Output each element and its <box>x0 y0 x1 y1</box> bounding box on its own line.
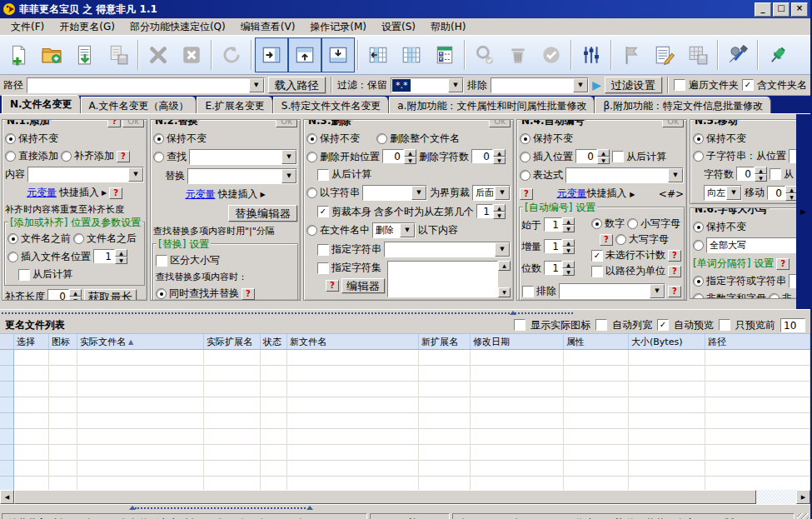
splitter-collapse-icon[interactable] <box>129 506 136 510</box>
menu-help[interactable]: 帮助(H) <box>423 18 473 36</box>
n1-get-longest-button[interactable]: 获取最长 <box>84 289 137 301</box>
resize-grip[interactable] <box>797 513 809 519</box>
ok-button[interactable]: Ok <box>489 119 511 127</box>
delete-button[interactable] <box>142 37 175 72</box>
column-new-filename[interactable]: 新文件名 <box>287 334 419 349</box>
maximize-button[interactable]: □ <box>773 2 790 17</box>
n1-pad-add-radio[interactable] <box>61 151 72 162</box>
n3-del-count-spinner[interactable]: 0▲▼ <box>471 149 506 164</box>
n4-digit-radio[interactable] <box>591 218 602 229</box>
exclude-combobox[interactable]: ▼ <box>491 77 589 93</box>
search-confirm-button[interactable] <box>468 37 501 72</box>
n6-spec-label[interactable]: 指定字符或字符串 <box>706 274 786 288</box>
spinner-up-icon[interactable]: ▲ <box>597 149 610 157</box>
n3-from-end-checkbox[interactable] <box>317 169 329 181</box>
preview-first-checkbox[interactable] <box>719 319 730 331</box>
n3-trim-self-checkbox[interactable] <box>317 206 329 217</box>
minimize-button[interactable]: _ <box>755 2 771 17</box>
n1-pad-length-value[interactable]: 0 <box>47 289 69 301</box>
n2-replace-editor-button[interactable]: 替换编辑器 <box>228 205 297 222</box>
n4-exclude-combobox[interactable]: ▼ <box>559 283 665 299</box>
n1-pad-add-label[interactable]: 补齐添加 <box>74 149 114 163</box>
more-panels-strip[interactable]: ▶ <box>796 114 810 309</box>
scrollbar-thumb[interactable] <box>14 490 756 504</box>
help-button[interactable]: ? <box>242 288 255 300</box>
n1-from-end-checkbox[interactable] <box>18 269 30 281</box>
load-path-button[interactable]: 载入路径 <box>268 77 326 93</box>
spinner-up-icon[interactable]: ▲ <box>755 167 767 174</box>
dropdown-arrow-icon[interactable]: ▼ <box>573 78 588 92</box>
show-real-icons-label[interactable]: 显示实际图标 <box>531 318 590 332</box>
scroll-down-icon[interactable]: ▼ <box>498 287 511 297</box>
n1-pad-length-spinner[interactable]: 0▲▼ <box>47 289 82 301</box>
n4-hash-insert[interactable]: <#> <box>659 188 684 200</box>
help-button[interactable]: ? <box>107 119 121 127</box>
menu-settings[interactable]: 设置(S) <box>374 18 423 36</box>
scroll-left-icon[interactable]: ◀ <box>0 490 14 504</box>
n4-from-end-label[interactable]: 从后计算 <box>626 150 666 164</box>
dropdown-arrow-icon[interactable]: ▼ <box>495 186 510 200</box>
help-button[interactable]: ? <box>668 250 681 262</box>
save-grid-button[interactable] <box>681 37 715 72</box>
n3-spec-charset-label[interactable]: 指定字符集 <box>331 261 381 275</box>
spinner-up-icon[interactable]: ▲ <box>69 289 82 297</box>
n6-keep-label[interactable]: 保持不变 <box>706 220 746 234</box>
n1-direct-add-radio[interactable] <box>5 151 16 162</box>
n5-from-end-checkbox[interactable] <box>770 168 781 180</box>
refresh-button[interactable] <box>215 37 248 72</box>
filter-settings-button[interactable]: 过滤设置 <box>605 77 662 93</box>
dropdown-arrow-icon[interactable]: ▼ <box>128 167 143 182</box>
n1-insert-pos-spinner[interactable]: 1▲▼ <box>93 249 127 264</box>
scroll-up-icon[interactable]: ▲ <box>498 261 511 271</box>
n5-from-end-label[interactable]: 从 <box>784 167 794 182</box>
n3-del-start-value[interactable]: 0 <box>382 149 404 163</box>
n3-editor-button[interactable]: 编辑器 <box>341 278 385 293</box>
n1-before-label[interactable]: 文件名之前 <box>21 232 71 246</box>
n3-in-name-radio[interactable] <box>306 225 317 236</box>
spinner-up-icon[interactable]: ▲ <box>562 239 575 247</box>
open-folder-button[interactable] <box>35 37 68 72</box>
n5-move-value[interactable]: 0 <box>767 186 785 200</box>
help-button[interactable]: ? <box>109 187 122 199</box>
n3-by-string-label[interactable]: 以字符串 <box>320 186 360 200</box>
n2-case-checkbox[interactable] <box>156 255 167 267</box>
n4-expression-radio[interactable] <box>520 170 531 181</box>
auto-column-width-label[interactable]: 自动列宽 <box>612 318 652 332</box>
n4-increment-spinner[interactable]: 1▲▼ <box>544 239 575 254</box>
column-new-extension[interactable]: 新扩展名 <box>419 334 471 349</box>
column-split-button[interactable] <box>395 37 428 72</box>
n4-lower-radio[interactable] <box>627 218 638 229</box>
n1-insert-pos-radio[interactable] <box>7 252 18 262</box>
n6-non-other-radio[interactable] <box>769 293 780 299</box>
column-actual-extension[interactable]: 实际扩展名 <box>204 334 261 349</box>
n3-spec-charset-checkbox[interactable] <box>317 262 329 274</box>
delete-all-button[interactable] <box>175 37 208 72</box>
n3-by-string-combobox[interactable]: ▼ <box>362 185 427 201</box>
help-button[interactable]: ? <box>600 234 613 246</box>
n3-keep-radio[interactable] <box>306 133 317 144</box>
n2-together-label[interactable]: 同时查找并替换 <box>169 287 239 301</box>
n4-per-path-label[interactable]: 以路径为单位 <box>605 264 665 278</box>
n3-del-start-label[interactable]: 删除开始位置 <box>320 150 380 164</box>
pin-button[interactable] <box>761 37 795 72</box>
menu-start-rename[interactable]: 开始更名(G) <box>52 18 122 36</box>
dropdown-arrow-icon[interactable]: ▼ <box>495 242 510 257</box>
n4-skip-unselected-checkbox[interactable] <box>591 250 603 262</box>
n4-digit-label[interactable]: 数字 <box>605 217 625 231</box>
new-file-button[interactable] <box>2 37 35 72</box>
tab-filename-change[interactable]: N.文件名变更 <box>2 95 81 113</box>
traverse-folders-label[interactable]: 遍历文件夹 <box>689 78 739 92</box>
n1-insert-pos-label[interactable]: 插入文件名位置 <box>21 250 91 264</box>
dropdown-arrow-icon[interactable]: ▼ <box>249 78 264 92</box>
n3-by-string-radio[interactable] <box>306 187 317 198</box>
confirm-all-button[interactable] <box>535 37 568 72</box>
preview-first-label[interactable]: 只预览前 <box>735 318 775 332</box>
n6-non-alnum-label[interactable]: 非数字和字母 <box>706 292 766 299</box>
n6-mode-radio[interactable] <box>693 240 704 251</box>
dropdown-arrow-icon[interactable]: ▼ <box>668 168 683 182</box>
tab-fileinfo-batch[interactable]: β.附加功能：特定文件信息批量修改 <box>595 97 770 113</box>
tab-filename-advanced[interactable]: A.文件名变更（高级） <box>81 97 197 113</box>
panel-right-toggle[interactable] <box>255 37 288 72</box>
spinner-up-icon[interactable]: ▲ <box>493 149 506 157</box>
n6-non-alnum-radio[interactable] <box>693 293 704 299</box>
